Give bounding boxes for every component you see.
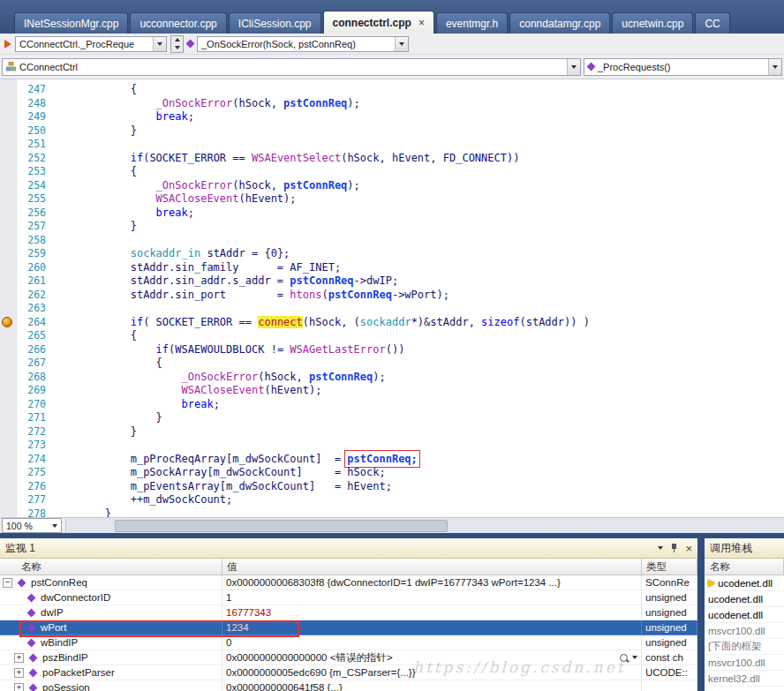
gutter-cell[interactable]: [0, 110, 16, 124]
horizontal-scrollbar[interactable]: [65, 518, 784, 533]
watch-name-cell[interactable]: +pszBindIP: [0, 650, 222, 665]
collapse-icon[interactable]: −: [3, 578, 12, 588]
spinner-up-icon[interactable]: [171, 36, 183, 44]
gutter-cell[interactable]: [0, 357, 16, 371]
watch-value-cell[interactable]: 16777343: [222, 605, 642, 620]
chevron-down-icon[interactable]: [768, 59, 781, 75]
code-line-265[interactable]: 265 {: [0, 329, 784, 343]
gutter-cell[interactable]: [0, 371, 16, 385]
watch-value-cell[interactable]: 0x0000000000000000 <错误的指针>: [222, 650, 642, 665]
gutter-cell[interactable]: [0, 302, 16, 316]
code-line-248[interactable]: 248 _OnSockError(hSock, pstConnReq);: [0, 97, 784, 111]
history-spinner[interactable]: [170, 35, 184, 53]
watch-value-cell[interactable]: 0x0000000000641f58 {...}: [222, 680, 642, 691]
column-header-value[interactable]: 值: [222, 559, 642, 575]
gutter-cell[interactable]: [0, 343, 16, 357]
magnifier-icon[interactable]: [620, 654, 628, 662]
gutter-cell[interactable]: [0, 138, 16, 152]
watch-row-wPort[interactable]: wPort1234unsigned: [0, 620, 697, 635]
code-line-271[interactable]: 271 }: [0, 411, 784, 425]
code-editor[interactable]: 247 {248 _OnSockError(hSock, pstConnReq)…: [0, 79, 784, 517]
code-line-253[interactable]: 253 {: [0, 165, 784, 179]
watch-name-cell[interactable]: dwIP: [0, 605, 222, 620]
tab-eventmgr-h[interactable]: eventmgr.h: [436, 12, 508, 34]
column-header-name[interactable]: 名称: [0, 559, 222, 575]
gutter-cell[interactable]: [0, 507, 16, 518]
code-line-274[interactable]: 274 m_pProcReqArray[m_dwSockCount] = pst…: [0, 453, 784, 467]
tab-iclisession-cpp[interactable]: ICliSession.cpp: [229, 12, 321, 34]
tab-connectctrl-cpp[interactable]: connectctrl.cpp×: [323, 11, 434, 34]
code-line-267[interactable]: 267 {: [0, 357, 784, 371]
gutter-cell[interactable]: [0, 439, 16, 453]
gutter-cell[interactable]: [0, 411, 16, 425]
watch-value-cell[interactable]: 0x0000000005edc690 {m_CSParser={...}}: [222, 665, 642, 680]
gutter-cell[interactable]: [0, 207, 16, 221]
chevron-down-icon[interactable]: [153, 37, 166, 51]
gutter-cell[interactable]: [0, 179, 16, 193]
watch-value-cell[interactable]: 0: [222, 635, 642, 650]
gutter-cell[interactable]: [0, 398, 16, 412]
code-line-269[interactable]: 269 WSACloseEvent(hEvent);: [0, 384, 784, 398]
code-line-278[interactable]: 278 }: [0, 507, 784, 518]
watch-row-poSession[interactable]: +poSession0x0000000000641f58 {...}: [0, 680, 697, 691]
gutter-cell[interactable]: [0, 425, 16, 439]
call-stack-frame-1[interactable]: ucodenet.dll: [705, 591, 784, 607]
call-stack-title-bar[interactable]: 调用堆栈: [705, 538, 784, 559]
spinner-down-icon[interactable]: [171, 44, 183, 52]
watch-name-cell[interactable]: −pstConnReq: [0, 575, 222, 590]
call-stack-frame-6[interactable]: kernel32.dll: [705, 671, 784, 687]
code-line-272[interactable]: 272 }: [0, 425, 784, 439]
code-line-260[interactable]: 260 stAddr.sin_family = AF_INET;: [0, 261, 784, 275]
call-stack-frame-4[interactable]: [下面的框架: [705, 639, 784, 655]
watch-row-pstConnReq[interactable]: −pstConnReq0x00000000068303f8 {dwConnect…: [0, 575, 697, 590]
call-stack-frame-0[interactable]: ucodenet.dll: [705, 575, 784, 591]
chevron-down-icon[interactable]: [395, 37, 408, 51]
code-line-266[interactable]: 266 if(WSAEWOULDBLOCK != WSAGetLastError…: [0, 343, 784, 357]
code-line-277[interactable]: 277 ++m_dwSockCount;: [0, 493, 784, 507]
code-line-255[interactable]: 255 WSACloseEvent(hEvent);: [0, 192, 784, 207]
tab-inetsessionmgr-cpp[interactable]: INetSessionMgr.cpp: [14, 12, 128, 34]
code-line-247[interactable]: 247 {: [0, 83, 784, 97]
code-line-268[interactable]: 268 _OnSockError(hSock, pstConnReq);: [0, 371, 784, 385]
gutter-cell[interactable]: [0, 480, 16, 494]
watch-name-cell[interactable]: +poPacketParser: [0, 665, 222, 680]
breakpoint-icon[interactable]: [2, 317, 12, 327]
code-line-270[interactable]: 270 break;: [0, 398, 784, 412]
code-line-257[interactable]: 257 }: [0, 220, 784, 234]
code-line-249[interactable]: 249 break;: [0, 110, 784, 124]
gutter-cell[interactable]: [0, 192, 16, 207]
call-stack-frame-7[interactable]: ntdll.dll: [705, 687, 784, 691]
gutter-cell[interactable]: [0, 384, 16, 398]
gutter-cell[interactable]: [0, 234, 16, 248]
code-line-251[interactable]: 251: [0, 138, 784, 152]
chevron-down-icon[interactable]: [567, 59, 580, 75]
code-line-263[interactable]: 263: [0, 302, 784, 316]
watch-name-cell[interactable]: wBindIP: [0, 635, 222, 650]
close-icon[interactable]: ×: [685, 543, 692, 554]
code-line-258[interactable]: 258: [0, 234, 784, 248]
watch-row-pszBindIP[interactable]: +pszBindIP0x0000000000000000 <错误的指针>cons…: [0, 650, 697, 665]
context-combo[interactable]: CConnectCtrl._ProcReque: [15, 36, 167, 52]
gutter-cell[interactable]: [0, 165, 16, 179]
horizontal-scrollbar-thumb[interactable]: [115, 520, 448, 532]
expand-icon[interactable]: +: [14, 668, 24, 678]
zoom-level-combo[interactable]: 100 %: [2, 518, 62, 533]
member-combo[interactable]: _ProcRequests(): [584, 58, 782, 76]
watch-row-dwConnectorID[interactable]: dwConnectorID1unsigned: [0, 590, 697, 605]
gutter-cell[interactable]: [0, 274, 16, 289]
watch-value-cell[interactable]: 1: [222, 590, 642, 605]
call-stack-frame-3[interactable]: msvcr100.dll: [705, 623, 784, 639]
code-line-250[interactable]: 250 }: [0, 124, 784, 139]
column-header-name[interactable]: 名称: [705, 559, 784, 575]
watch-value-cell[interactable]: 1234: [222, 620, 642, 635]
code-line-276[interactable]: 276 m_pEventsArray[m_dwSockCount] = hEve…: [0, 480, 784, 494]
gutter-cell[interactable]: [0, 220, 16, 234]
chevron-down-icon[interactable]: [632, 656, 637, 659]
tab-ucconnector-cpp[interactable]: ucconnector.cpp: [130, 12, 226, 34]
tab-conndatamgr-cpp[interactable]: conndatamgr.cpp: [509, 12, 610, 34]
watch-name-cell[interactable]: +poSession: [0, 680, 222, 691]
gutter-cell[interactable]: [0, 493, 16, 507]
watch-row-poPacketParser[interactable]: +poPacketParser0x0000000005edc690 {m_CSP…: [0, 665, 697, 680]
column-header-type[interactable]: 类型: [642, 559, 697, 575]
watch-row-dwIP[interactable]: dwIP16777343unsigned: [0, 605, 697, 620]
